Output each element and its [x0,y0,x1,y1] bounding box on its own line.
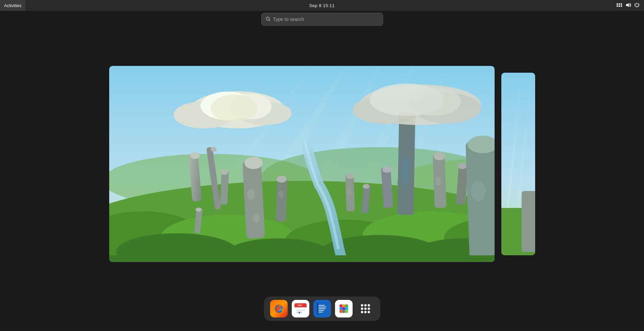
svg-point-129 [367,311,370,313]
svg-rect-3 [617,5,618,7]
svg-point-67 [195,208,201,212]
svg-point-125 [364,308,366,310]
svg-point-39 [277,176,287,183]
svg-point-57 [346,173,354,179]
svg-rect-108 [318,310,324,311]
svg-point-60 [363,184,369,189]
search-bar[interactable] [261,13,383,26]
svg-marker-6 [626,3,629,7]
svg-rect-38 [276,177,287,221]
svg-rect-96 [296,309,298,311]
workspace-area [0,30,644,297]
svg-point-33 [221,169,228,175]
dock-notes-icon[interactable] [313,300,331,317]
svg-rect-99 [303,309,305,311]
svg-rect-90 [522,191,535,252]
svg-rect-98 [301,309,303,311]
svg-point-36 [247,189,255,200]
svg-point-65 [471,181,486,201]
svg-point-124 [361,308,363,310]
search-icon [266,17,270,22]
main-window[interactable] [109,66,495,262]
dock-software-icon[interactable] [335,300,353,317]
svg-line-8 [269,20,270,21]
dock: SEP [264,297,380,321]
svg-rect-107 [318,308,326,309]
svg-rect-100 [296,312,298,313]
second-window[interactable] [501,73,535,255]
dock-firefox-icon[interactable] [270,300,288,317]
svg-point-58 [347,188,352,194]
svg-point-45 [435,176,441,185]
svg-point-69 [211,147,217,152]
network-icon[interactable] [616,2,622,9]
svg-rect-97 [299,309,300,311]
volume-icon[interactable] [625,2,631,9]
svg-point-40 [278,191,284,198]
svg-rect-2 [621,3,622,5]
topbar: Activities Sep 8 15:11 [0,0,644,11]
svg-rect-110 [317,303,318,314]
svg-point-80 [407,87,461,116]
svg-rect-106 [318,307,326,307]
svg-point-35 [244,157,263,169]
svg-point-31 [190,152,200,159]
svg-rect-5 [621,5,622,7]
svg-point-128 [364,311,366,313]
search-input[interactable] [273,17,379,22]
activities-button[interactable]: Activities [0,0,25,11]
svg-point-62 [382,167,392,173]
svg-text:SEP: SEP [298,304,302,306]
svg-point-7 [266,17,269,20]
dock-appgrid-icon[interactable] [357,300,374,317]
svg-point-120 [345,310,348,313]
power-icon[interactable] [634,2,640,9]
svg-rect-105 [318,305,325,306]
svg-point-47 [457,163,467,169]
svg-point-126 [367,308,370,310]
system-icons-area [616,2,640,9]
svg-rect-109 [318,312,323,312]
svg-point-44 [434,152,445,160]
svg-point-75 [211,95,258,122]
svg-rect-1 [619,3,620,5]
svg-rect-85 [109,255,495,262]
svg-rect-102 [301,312,303,313]
svg-point-127 [361,311,363,313]
svg-point-121 [361,304,363,307]
svg-rect-0 [617,3,618,5]
svg-point-37 [253,213,260,223]
svg-rect-4 [619,5,620,7]
svg-rect-101 [299,312,300,313]
svg-point-122 [364,304,366,307]
wallpaper [109,66,495,262]
search-container [261,13,383,26]
svg-point-123 [367,304,370,307]
dock-calendar-icon[interactable]: SEP [292,300,309,317]
clock: Sep 8 15:11 [309,3,335,8]
